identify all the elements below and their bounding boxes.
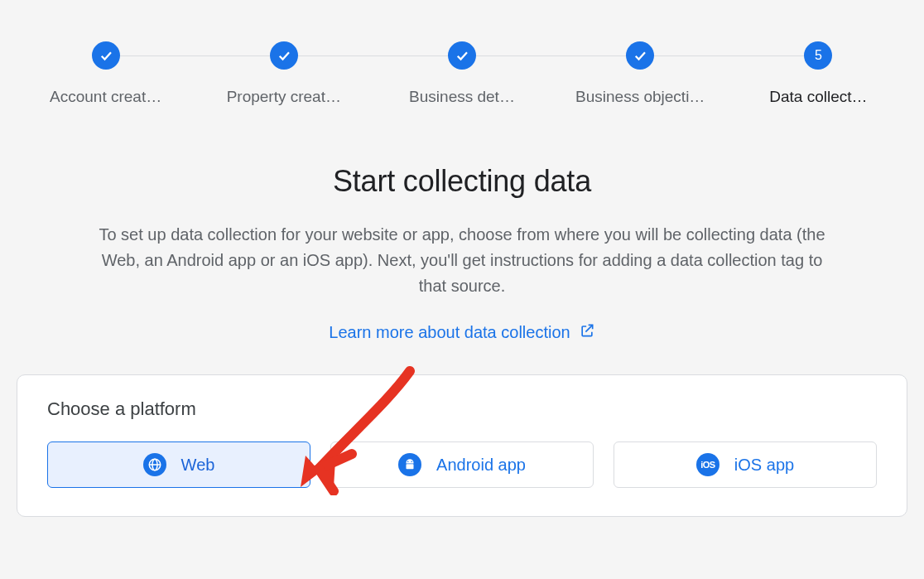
platform-label: Android app [436, 456, 526, 475]
platform-web-button[interactable]: Web [47, 441, 310, 488]
main-content: Start collecting data To set up data col… [0, 106, 924, 343]
check-icon [270, 41, 298, 70]
step-connector [284, 55, 462, 56]
step-business-objectives: Business objecti… [551, 41, 729, 106]
step-connector [106, 55, 284, 56]
step-label: Business det… [409, 88, 515, 106]
step-connector [640, 55, 818, 56]
android-icon [398, 453, 421, 476]
setup-stepper: Account creat… Property creat… Business … [0, 0, 924, 106]
check-icon [448, 41, 476, 70]
step-label: Account creat… [50, 88, 161, 106]
platform-options: Web Android app iOS iOS app [47, 441, 877, 488]
external-link-icon [579, 322, 595, 343]
step-data-collection: 5 Data collect… [729, 41, 907, 106]
step-label: Business objecti… [575, 88, 705, 106]
platform-ios-button[interactable]: iOS iOS app [614, 441, 877, 488]
svg-point-4 [411, 461, 413, 463]
svg-point-3 [407, 461, 409, 463]
platform-android-button[interactable]: Android app [330, 441, 594, 488]
page-title: Start collecting data [50, 164, 874, 199]
step-property-creation: Property creat… [195, 41, 373, 106]
learn-more-link[interactable]: Learn more about data collection [329, 322, 594, 343]
step-number-badge: 5 [804, 41, 832, 70]
check-icon [626, 41, 654, 70]
page-description: To set up data collection for your websi… [89, 222, 835, 299]
step-label: Data collect… [769, 88, 867, 106]
svg-rect-5 [407, 464, 414, 469]
step-account-creation: Account creat… [17, 41, 195, 106]
learn-more-label: Learn more about data collection [329, 323, 570, 342]
platform-label: iOS app [734, 456, 794, 475]
card-title: Choose a platform [47, 398, 877, 420]
step-connector [462, 55, 640, 56]
globe-icon [143, 453, 166, 476]
platform-label: Web [181, 456, 215, 475]
step-business-details: Business det… [373, 41, 551, 106]
step-label: Property creat… [227, 88, 341, 106]
ios-icon: iOS [696, 453, 719, 476]
check-icon [92, 41, 120, 70]
choose-platform-card: Choose a platform Web Android app iOS iO… [17, 374, 907, 517]
